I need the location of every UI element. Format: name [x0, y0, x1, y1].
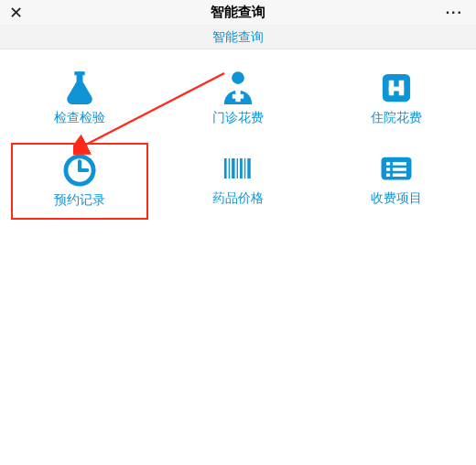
svg-rect-21 — [386, 168, 390, 170]
page-root: ✕ 智能查询 ··· 智能查询 检查检验 门诊花费 — [0, 0, 476, 465]
svg-point-1 — [232, 71, 244, 84]
menu-item-inpatient[interactable]: 住院花费 — [328, 62, 465, 135]
svg-rect-15 — [240, 158, 243, 178]
menu-grid: 检查检验 门诊花费 住院花费 预约记录 — [0, 49, 476, 465]
page-title: 智能查询 — [211, 4, 265, 21]
svg-rect-24 — [393, 174, 406, 177]
barcode-icon — [218, 148, 258, 189]
header-bar: ✕ 智能查询 ··· — [0, 0, 476, 26]
svg-rect-20 — [393, 162, 406, 165]
menu-item-label: 预约记录 — [54, 192, 105, 209]
svg-rect-14 — [237, 158, 238, 178]
menu-item-label: 收费项目 — [371, 190, 422, 207]
menu-item-label: 住院花费 — [371, 110, 422, 126]
subheader-title: 智能查询 — [212, 29, 264, 46]
svg-rect-13 — [232, 158, 234, 178]
grid-row: 检查检验 门诊花费 住院花费 — [0, 62, 476, 135]
menu-item-outpatient[interactable]: 门诊花费 — [169, 62, 307, 135]
svg-rect-12 — [229, 158, 230, 178]
hospital-icon — [376, 68, 416, 108]
menu-item-inspection[interactable]: 检查检验 — [11, 62, 148, 135]
list-box-icon — [376, 148, 416, 189]
menu-item-label: 门诊花费 — [212, 110, 264, 126]
menu-item-fee-item[interactable]: 收费项目 — [328, 143, 465, 220]
svg-rect-23 — [386, 174, 390, 177]
svg-rect-22 — [393, 168, 406, 170]
subheader-bar: 智能查询 — [0, 26, 476, 49]
more-icon[interactable]: ··· — [446, 5, 463, 21]
svg-rect-19 — [386, 162, 390, 165]
menu-item-drug-price[interactable]: 药品价格 — [169, 143, 307, 220]
svg-rect-16 — [244, 158, 245, 178]
menu-item-label: 药品价格 — [212, 190, 264, 207]
menu-item-appointment[interactable]: 预约记录 — [11, 143, 148, 220]
svg-rect-11 — [224, 158, 227, 178]
svg-rect-3 — [233, 94, 243, 99]
svg-rect-17 — [247, 158, 250, 178]
close-icon[interactable]: ✕ — [9, 5, 23, 21]
grid-row: 预约记录 药品价格 — [0, 143, 476, 220]
flask-icon — [60, 68, 100, 108]
svg-rect-0 — [74, 71, 84, 74]
menu-item-label: 检查检验 — [54, 110, 105, 126]
doctor-icon — [218, 68, 258, 108]
clock-icon — [60, 150, 100, 190]
svg-rect-7 — [389, 87, 405, 92]
